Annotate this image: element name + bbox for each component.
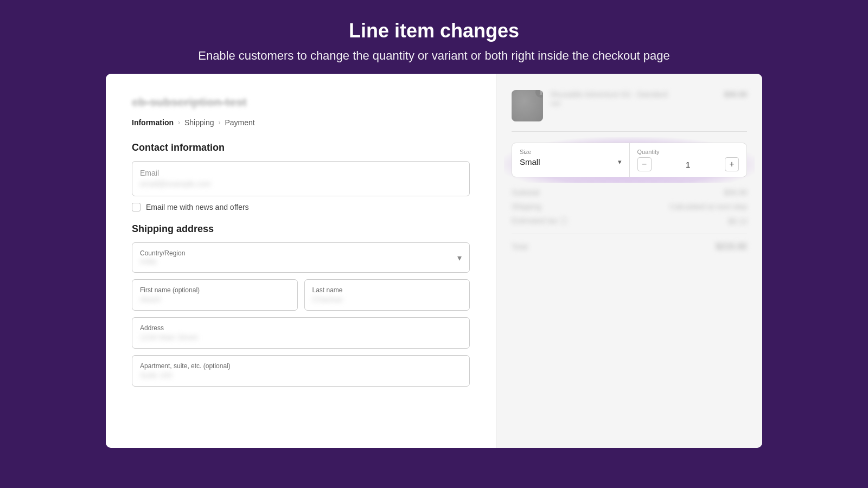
product-badge: 1 [535,90,543,98]
subtotal-label: Subtotal [512,188,539,197]
quantity-value: 1 [686,160,690,169]
shipping-line: Shipping Calculated at next step [512,202,747,211]
product-price: $99.99 [724,90,747,99]
lastname-value: Chauhan [312,295,462,304]
controls-highlight: Size Small ▾ Quantity − 1 + [512,143,747,177]
size-chevron-icon: ▾ [618,158,622,166]
product-thumbnail: 1 [512,90,543,121]
shipping-section-title: Shipping address [132,223,470,235]
apt-value: Suite 100 [140,371,462,380]
breadcrumb-sep-2: › [219,119,221,126]
breadcrumb-sep-1: › [178,119,180,126]
email-label: Email [140,169,159,177]
summary-divider [512,234,747,234]
quantity-increase-button[interactable]: + [725,157,739,171]
lastname-label: Last name [312,286,462,294]
apt-label: Apartment, suite, etc. (optional) [140,362,462,370]
quantity-label: Quantity [637,149,739,155]
checkout-window: cb-subscription-test Information › Shipp… [106,74,762,448]
quantity-decrease-button[interactable]: − [637,157,652,171]
country-chevron-icon: ▾ [457,253,462,263]
size-select-row: Small ▾ [520,157,622,166]
country-value: India [140,257,185,266]
page-header: Line item changes Enable customers to ch… [0,0,868,74]
apt-field[interactable]: Apartment, suite, etc. (optional) Suite … [132,355,470,387]
firstname-label: First name (optional) [140,286,290,294]
size-control[interactable]: Size Small ▾ [512,143,630,177]
newsletter-label: Email me with news and offers [146,203,249,211]
product-variant: red [551,100,716,107]
shipping-value: Calculated at next step [670,202,747,211]
total-label: Total [512,242,528,251]
tax-line: Estimated tax ⓘ $8.13 [512,216,747,226]
controls-box: Size Small ▾ Quantity − 1 + [512,143,747,177]
product-name: Reusable Adventure Kit - Standard [551,90,716,99]
newsletter-checkbox[interactable] [132,203,141,211]
breadcrumb: Information › Shipping › Payment [132,118,470,127]
subtotal-value: $99.99 [724,188,747,197]
total-value: $215.92 [716,242,747,252]
tax-label: Estimated tax ⓘ [512,216,567,226]
contact-section-title: Contact information [132,142,470,153]
address-value: 1234 Main Street [140,333,462,342]
breadcrumb-information[interactable]: Information [132,118,174,127]
address-label: Address [140,324,462,332]
country-label: Country/Region [140,249,185,257]
page-title: Line item changes [11,20,857,42]
address-field[interactable]: Address 1234 Main Street [132,317,470,349]
total-line: Total $215.92 [512,242,747,252]
newsletter-row: Email me with news and offers [132,203,470,211]
quantity-control: Quantity − 1 + [630,143,747,177]
shipping-section: Shipping address Country/Region India ▾ … [132,223,470,387]
breadcrumb-shipping[interactable]: Shipping [184,118,214,127]
store-name: cb-subscription-test [132,95,470,110]
lastname-field[interactable]: Last name Chauhan [304,279,470,311]
left-panel: cb-subscription-test Information › Shipp… [106,74,496,448]
email-value: email@example.com [140,179,462,190]
subtotal-line: Subtotal $99.99 [512,188,747,197]
size-label: Size [520,149,622,155]
page-subtitle: Enable customers to change the quantity … [11,49,857,63]
firstname-field[interactable]: First name (optional) Akash [132,279,298,311]
breadcrumb-payment[interactable]: Payment [225,118,255,127]
quantity-row: − 1 + [637,157,739,171]
tax-value: $8.13 [728,217,747,226]
name-row: First name (optional) Akash Last name Ch… [132,279,470,311]
firstname-value: Akash [140,295,290,304]
product-info: Reusable Adventure Kit - Standard red [551,90,716,107]
product-row: 1 Reusable Adventure Kit - Standard red … [512,90,747,132]
size-value: Small [520,157,540,166]
email-field[interactable]: Email email@example.com [132,161,470,196]
right-panel: 1 Reusable Adventure Kit - Standard red … [496,74,762,448]
shipping-label: Shipping [512,202,541,211]
country-field[interactable]: Country/Region India ▾ [132,242,470,273]
